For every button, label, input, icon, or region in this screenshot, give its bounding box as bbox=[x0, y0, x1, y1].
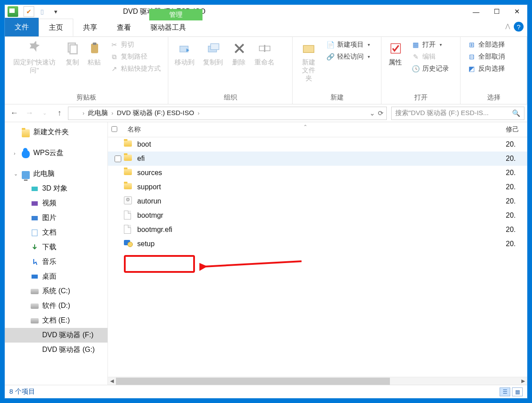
copy-button[interactable]: 复制 bbox=[61, 39, 83, 68]
nav-item--[interactable]: 视频 bbox=[5, 196, 107, 211]
folder-icon bbox=[124, 140, 132, 147]
nav-item-icon bbox=[31, 258, 39, 266]
tab-home[interactable]: 主页 bbox=[39, 19, 73, 36]
file-row[interactable]: efi20. bbox=[108, 152, 527, 166]
navigation-pane[interactable]: 新建文件夹 ›WPS云盘 ⌄此电脑 3D 对象视频图片文档下载音乐桌面系统 (C… bbox=[5, 122, 108, 385]
delete-button[interactable]: 删除 bbox=[228, 39, 251, 69]
paste-button[interactable]: 粘贴 bbox=[83, 39, 106, 69]
easy-access-button[interactable]: 🔗轻松访问▾ bbox=[324, 52, 373, 62]
edit-button[interactable]: ✎编辑 bbox=[409, 52, 452, 62]
tab-file[interactable]: 文件 bbox=[5, 18, 39, 36]
file-row[interactable]: autorun20. bbox=[108, 194, 527, 208]
properties-button[interactable]: 属性 bbox=[384, 39, 407, 69]
folder-icon bbox=[124, 169, 132, 175]
search-icon[interactable]: 🔍 bbox=[512, 109, 520, 117]
back-button[interactable]: ← bbox=[8, 107, 21, 120]
file-row[interactable]: support20. bbox=[108, 180, 527, 194]
nav-item--D-[interactable]: 软件 (D:) bbox=[5, 299, 107, 313]
nav-item--C-[interactable]: 系统 (C:) bbox=[5, 284, 107, 299]
file-row[interactable]: boot20. bbox=[108, 137, 527, 152]
nav-item-icon bbox=[31, 317, 39, 325]
dropdown-icon[interactable]: ⌄ bbox=[369, 109, 375, 117]
nav-item--[interactable]: 下载 bbox=[5, 240, 107, 255]
nav-item--[interactable]: 图片 bbox=[5, 211, 107, 225]
scroll-thumb[interactable] bbox=[116, 378, 390, 385]
titlebar: ✔ ▯ ▾ 管理 DVD 驱动器 (F:) ESD-ISO — ☐ ✕ bbox=[5, 5, 527, 18]
breadcrumb[interactable]: › 此电脑 › DVD 驱动器 (F:) ESD-ISO › ⌄ ⟳ bbox=[68, 107, 387, 120]
nav-item-3D-[interactable]: 3D 对象 bbox=[5, 181, 107, 196]
nav-this-pc[interactable]: ⌄此电脑 bbox=[5, 167, 107, 181]
nav-item-DVD-F-[interactable]: DVD 驱动器 (F:) bbox=[5, 328, 107, 343]
nav-wps-cloud[interactable]: ›WPS云盘 bbox=[5, 146, 107, 160]
forward-button[interactable]: → bbox=[23, 107, 36, 120]
nav-item--[interactable]: 音乐 bbox=[5, 255, 107, 269]
column-modified[interactable]: 修己 bbox=[506, 125, 527, 134]
new-item-button[interactable]: 📄新建项目▾ bbox=[324, 40, 373, 50]
file-row[interactable]: setup20. bbox=[108, 237, 527, 251]
window-controls: — ☐ ✕ bbox=[466, 5, 527, 18]
group-label-select: 选择 bbox=[463, 93, 524, 103]
file-name: boot bbox=[137, 140, 506, 148]
row-checkbox[interactable] bbox=[115, 156, 121, 162]
new-folder-button[interactable]: 新建文件夹 bbox=[295, 39, 322, 84]
cut-button[interactable]: ✂剪切 bbox=[107, 40, 163, 50]
select-all-button[interactable]: ⊞全部选择 bbox=[465, 40, 508, 50]
nav-item-icon bbox=[31, 287, 39, 295]
paste-shortcut-button[interactable]: ↗粘贴快捷方式 bbox=[107, 64, 163, 74]
help-button[interactable]: ? bbox=[514, 22, 524, 32]
open-button[interactable]: ▦打开▾ bbox=[409, 40, 452, 50]
minimize-button[interactable]: — bbox=[466, 5, 486, 18]
file-row[interactable]: sources20. bbox=[108, 166, 527, 180]
scroll-left-icon[interactable]: ◀ bbox=[108, 378, 116, 385]
nav-item--E-[interactable]: 文档 (E:) bbox=[5, 313, 107, 328]
qat-check-icon[interactable]: ✔ bbox=[24, 6, 34, 17]
column-name[interactable]: 名称 bbox=[124, 125, 506, 134]
search-box[interactable]: 搜索"DVD 驱动器 (F:) ESD-IS... 🔍 bbox=[391, 107, 524, 120]
invert-selection-button[interactable]: ◩反向选择 bbox=[465, 64, 508, 74]
details-view-button[interactable]: ☰ bbox=[500, 387, 510, 396]
nav-item-icon bbox=[31, 273, 39, 281]
breadcrumb-this-pc[interactable]: 此电脑 bbox=[88, 109, 108, 117]
close-button[interactable]: ✕ bbox=[507, 5, 527, 18]
rename-button[interactable]: 重命名 bbox=[251, 39, 278, 68]
up-button[interactable]: ↑ bbox=[53, 107, 66, 120]
horizontal-scrollbar[interactable]: ◀ ▶ bbox=[108, 377, 527, 385]
history-button[interactable]: 🕓历史记录 bbox=[409, 64, 452, 74]
chevron-right-icon[interactable]: › bbox=[14, 151, 16, 156]
copy-path-button[interactable]: ⧉复制路径 bbox=[107, 52, 163, 62]
nav-new-folder[interactable]: 新建文件夹 bbox=[5, 125, 107, 140]
properties-icon bbox=[388, 40, 404, 56]
move-to-button[interactable]: 移动到 bbox=[171, 39, 199, 69]
chevron-down-icon[interactable]: ⌄ bbox=[14, 171, 18, 177]
scroll-right-icon[interactable]: ▶ bbox=[519, 378, 527, 385]
nav-item--[interactable]: 桌面 bbox=[5, 269, 107, 284]
svg-rect-11 bbox=[32, 187, 38, 191]
paste-icon bbox=[87, 40, 103, 56]
scroll-track[interactable] bbox=[116, 378, 519, 385]
select-all-checkbox[interactable] bbox=[111, 126, 117, 132]
chevron-down-icon: ▾ bbox=[368, 54, 370, 59]
collapse-ribbon-icon[interactable]: ⋀ bbox=[505, 23, 510, 29]
breadcrumb-drive[interactable]: DVD 驱动器 (F:) ESD-ISO bbox=[117, 109, 194, 117]
file-row[interactable]: bootmgr.efi20. bbox=[108, 223, 527, 237]
status-bar: 8 个项目 ☰ ▦ bbox=[5, 385, 527, 398]
qat-dropdown-icon[interactable]: ▾ bbox=[50, 6, 61, 17]
tab-drive-tools[interactable]: 驱动器工具 bbox=[141, 19, 196, 36]
maximize-button[interactable]: ☐ bbox=[486, 5, 507, 18]
icons-view-button[interactable]: ▦ bbox=[512, 387, 523, 396]
file-list[interactable]: boot20.efi20.sources20.support20.autorun… bbox=[108, 137, 527, 377]
refresh-icon[interactable]: ⟳ bbox=[378, 109, 384, 117]
tab-view[interactable]: 查看 bbox=[107, 19, 141, 36]
file-row[interactable]: bootmgr20. bbox=[108, 208, 527, 223]
file-name: efi bbox=[137, 155, 506, 163]
column-header[interactable]: 名称 ⌃ 修己 bbox=[108, 122, 527, 137]
select-none-button[interactable]: ⊟全部取消 bbox=[465, 52, 508, 62]
recent-dropdown[interactable]: ⌄ bbox=[38, 107, 51, 120]
nav-item--[interactable]: 文档 bbox=[5, 225, 107, 240]
explorer-window: ✔ ▯ ▾ 管理 DVD 驱动器 (F:) ESD-ISO — ☐ ✕ 文件 主… bbox=[4, 4, 528, 399]
tab-share[interactable]: 共享 bbox=[73, 19, 107, 36]
qat-doc-icon[interactable]: ▯ bbox=[37, 6, 48, 17]
pin-to-quick-access-button[interactable]: 固定到"快速访问" bbox=[8, 39, 61, 76]
copy-to-button[interactable]: 复制到 bbox=[199, 39, 228, 69]
nav-item-DVD-G-[interactable]: DVD 驱动器 (G:) bbox=[5, 343, 107, 357]
